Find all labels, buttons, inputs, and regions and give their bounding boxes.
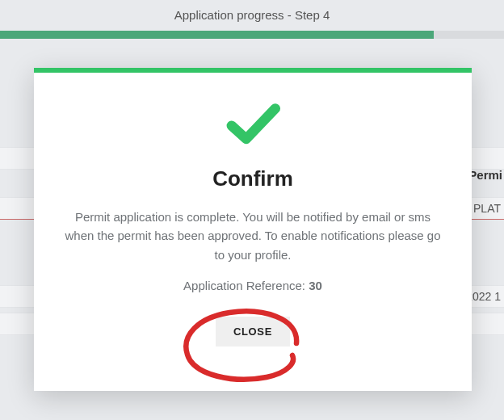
- page-title: Application progress - Step 4: [0, 0, 504, 31]
- progress-fill: [0, 31, 434, 39]
- progress-bar: [0, 31, 504, 39]
- application-reference: Application Reference: 30: [58, 279, 447, 292]
- modal-body-text: Permit application is complete. You will…: [65, 208, 441, 264]
- reference-label: Application Reference:: [183, 279, 309, 292]
- confirm-modal: Confirm Permit application is complete. …: [34, 68, 472, 391]
- table-header-permit: Permi: [468, 168, 504, 182]
- close-button[interactable]: CLOSE: [216, 317, 290, 346]
- modal-title: Confirm: [58, 166, 447, 191]
- check-icon: [58, 97, 447, 155]
- reference-number: 30: [309, 279, 322, 292]
